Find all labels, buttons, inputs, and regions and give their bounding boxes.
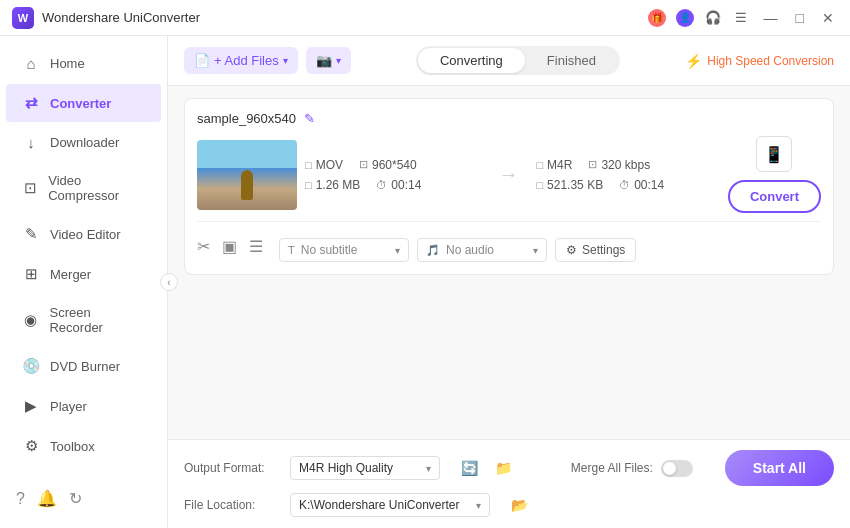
merge-toggle[interactable] bbox=[661, 460, 693, 477]
headset-icon[interactable]: 🎧 bbox=[704, 9, 722, 27]
sidebar-item-label: Downloader bbox=[50, 135, 119, 150]
sidebar-item-screen-recorder[interactable]: ◉ Screen Recorder bbox=[6, 295, 161, 345]
audio-dropdown[interactable]: 🎵 No audio ▾ bbox=[417, 238, 547, 262]
output-duration: ⏱ 00:14 bbox=[619, 178, 664, 192]
input-resolution: ⊡ 960*540 bbox=[359, 158, 417, 172]
sidebar-item-converter[interactable]: ⇄ Converter bbox=[6, 84, 161, 122]
snapshot-button[interactable]: 📷 ▾ bbox=[306, 47, 351, 74]
file-area: sample_960x540 ✎ □ MOV bbox=[168, 86, 850, 439]
add-files-button[interactable]: 📄 + Add Files ▾ bbox=[184, 47, 298, 74]
file-card: sample_960x540 ✎ □ MOV bbox=[184, 98, 834, 275]
browse-format-icon[interactable]: 📁 bbox=[490, 455, 516, 481]
output-format-label: Output Format: bbox=[184, 461, 274, 475]
sidebar-item-toolbox[interactable]: ⚙ Toolbox bbox=[6, 427, 161, 465]
home-icon: ⌂ bbox=[22, 55, 40, 72]
output-format-value: M4R bbox=[547, 158, 572, 172]
file-actions-row: ✂ ▣ ☰ T No subtitle ▾ 🎵 No audio bbox=[197, 221, 821, 262]
thumb-person-figure bbox=[241, 170, 253, 200]
app-logo: W bbox=[12, 7, 34, 29]
content-area: 📄 + Add Files ▾ 📷 ▾ Converting Finished … bbox=[168, 36, 850, 528]
sidebar: ⌂ Home ⇄ Converter ↓ Downloader ⊡ Video … bbox=[0, 36, 168, 528]
settings-button[interactable]: ⚙ Settings bbox=[555, 238, 636, 262]
sidebar-item-merger[interactable]: ⊞ Merger bbox=[6, 255, 161, 293]
player-icon: ▶ bbox=[22, 397, 40, 415]
refresh-icon[interactable]: ↻ bbox=[69, 489, 82, 508]
titlebar-right: 🎁 👤 🎧 ☰ — □ ✕ bbox=[648, 8, 838, 28]
subtitle-dropdown[interactable]: T No subtitle ▾ bbox=[279, 238, 409, 262]
format-icon: □ bbox=[305, 159, 312, 171]
meta-row-2: □ 1.26 MB ⏱ 00:14 bbox=[305, 178, 480, 192]
user-icon[interactable]: 👤 bbox=[676, 9, 694, 27]
settings-icon: ⚙ bbox=[566, 243, 577, 257]
cut-icon[interactable]: ✂ bbox=[197, 237, 210, 256]
high-speed-indicator: ⚡ High Speed Conversion bbox=[685, 53, 834, 69]
convert-button[interactable]: Convert bbox=[728, 180, 821, 213]
bottom-bar: Output Format: M4R High Quality ▾ 🔄 📁 Me… bbox=[168, 439, 850, 528]
sidebar-item-dvd-burner[interactable]: 💿 DVD Burner bbox=[6, 347, 161, 385]
sidebar-item-label: Video Editor bbox=[50, 227, 121, 242]
merger-icon: ⊞ bbox=[22, 265, 40, 283]
close-button[interactable]: ✕ bbox=[818, 8, 838, 28]
dvd-burner-icon: 💿 bbox=[22, 357, 40, 375]
video-editor-icon: ✎ bbox=[22, 225, 40, 243]
sidebar-item-player[interactable]: ▶ Player bbox=[6, 387, 161, 425]
main-layout: ⌂ Home ⇄ Converter ↓ Downloader ⊡ Video … bbox=[0, 36, 850, 528]
bitrate-icon: ⊡ bbox=[588, 158, 597, 171]
notification-icon[interactable]: 🔔 bbox=[37, 489, 57, 508]
input-size-value: 1.26 MB bbox=[316, 178, 361, 192]
sidebar-bottom: ? 🔔 ↻ bbox=[0, 477, 167, 520]
crop-icon[interactable]: ▣ bbox=[222, 237, 237, 256]
format-value: M4R High Quality bbox=[299, 461, 393, 475]
sidebar-item-video-editor[interactable]: ✎ Video Editor bbox=[6, 215, 161, 253]
conversion-arrow: → bbox=[488, 163, 528, 186]
titlebar-left: W Wondershare UniConverter bbox=[12, 7, 200, 29]
input-resolution-value: 960*540 bbox=[372, 158, 417, 172]
browse-location-button[interactable]: 📂 bbox=[506, 492, 532, 518]
help-icon[interactable]: ? bbox=[16, 490, 25, 508]
file-location-label: File Location: bbox=[184, 498, 274, 512]
duration-icon: ⏱ bbox=[376, 179, 387, 191]
format-select[interactable]: M4R High Quality ▾ bbox=[290, 456, 440, 480]
output-duration-icon: ⏱ bbox=[619, 179, 630, 191]
titlebar: W Wondershare UniConverter 🎁 👤 🎧 ☰ — □ ✕ bbox=[0, 0, 850, 36]
output-row-2: □ 521.35 KB ⏱ 00:14 bbox=[536, 178, 711, 192]
output-size: □ 521.35 KB bbox=[536, 178, 603, 192]
sidebar-item-label: DVD Burner bbox=[50, 359, 120, 374]
sidebar-item-home[interactable]: ⌂ Home bbox=[6, 45, 161, 82]
start-all-button[interactable]: Start All bbox=[725, 450, 834, 486]
audio-value: No audio bbox=[446, 243, 494, 257]
tab-converting[interactable]: Converting bbox=[418, 48, 525, 73]
collapse-sidebar-button[interactable]: ‹ bbox=[160, 273, 178, 291]
file-location-value: K:\Wondershare UniConverter bbox=[299, 498, 460, 512]
effects-icon[interactable]: ☰ bbox=[249, 237, 263, 256]
output-format: □ M4R bbox=[536, 158, 572, 172]
sidebar-item-label: Converter bbox=[50, 96, 111, 111]
input-format-value: MOV bbox=[316, 158, 343, 172]
tab-finished[interactable]: Finished bbox=[525, 48, 618, 73]
sidebar-item-downloader[interactable]: ↓ Downloader bbox=[6, 124, 161, 161]
sidebar-item-label: Merger bbox=[50, 267, 91, 282]
output-row-1: □ M4R ⊡ 320 kbps bbox=[536, 158, 711, 172]
sidebar-item-video-compressor[interactable]: ⊡ Video Compressor bbox=[6, 163, 161, 213]
file-location-input[interactable]: K:\Wondershare UniConverter ▾ bbox=[290, 493, 490, 517]
format-chevron: ▾ bbox=[426, 463, 431, 474]
file-name: sample_960x540 bbox=[197, 111, 296, 126]
device-icon-button[interactable]: 📱 bbox=[756, 136, 792, 172]
titlebar-title: Wondershare UniConverter bbox=[42, 10, 200, 25]
settings-label: Settings bbox=[582, 243, 625, 257]
sidebar-item-label: Screen Recorder bbox=[49, 305, 145, 335]
menu-icon[interactable]: ☰ bbox=[732, 9, 750, 27]
subtitle-chevron: ▾ bbox=[395, 245, 400, 256]
file-edit-icon[interactable]: ✎ bbox=[304, 111, 315, 126]
maximize-button[interactable]: □ bbox=[792, 8, 808, 28]
size-icon: □ bbox=[305, 179, 312, 191]
resolution-icon: ⊡ bbox=[359, 158, 368, 171]
minimize-button[interactable]: — bbox=[760, 8, 782, 28]
output-bitrate-value: 320 kbps bbox=[601, 158, 650, 172]
output-size-value: 521.35 KB bbox=[547, 178, 603, 192]
convert-actions: 📱 Convert bbox=[728, 136, 821, 213]
toolbox-icon: ⚙ bbox=[22, 437, 40, 455]
sidebar-item-label: Video Compressor bbox=[48, 173, 145, 203]
gift-icon[interactable]: 🎁 bbox=[648, 9, 666, 27]
refresh-format-icon[interactable]: 🔄 bbox=[456, 455, 482, 481]
